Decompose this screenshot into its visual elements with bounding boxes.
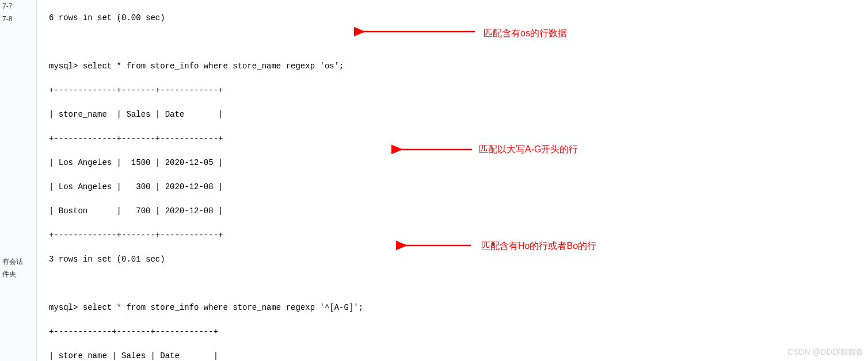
terminal-output[interactable]: 6 rows in set (0.00 sec) mysql> select *… [49,0,363,361]
arrow-icon-2 [391,141,478,158]
table-row: | Boston | 700 | 2020-12-08 | [49,205,363,217]
table-border: +-------------+-------+------------+ [49,133,363,145]
query-line-1: mysql> select * from store_info where st… [49,60,363,72]
annotation-2: 匹配以大写A-G开头的行 [479,143,578,156]
table-row: | Los Angeles | 1500 | 2020-12-05 | [49,157,363,169]
arrow-icon-1 [354,23,481,40]
arrow-icon-3 [396,237,477,254]
query-text: select * from store_info where store_nam… [83,62,344,71]
sidebar-fragment: 7-7 7-8 有会话 件夹 [0,0,37,361]
table-border: +-------------+-------+------------+ [49,229,363,241]
sidebar-item-0[interactable]: 7-7 [0,0,36,13]
status-line: 6 rows in set (0.00 sec) [49,12,363,24]
blank-line [49,278,363,290]
table-header: | store_name | Sales | Date | [49,109,363,121]
mysql-prompt: mysql> [49,62,83,71]
watermark: CSDN @DDD嘀嘀嘀 [787,346,862,358]
sidebar-bottom-item-1[interactable]: 件夹 [0,268,37,281]
sidebar-bottom-item-0[interactable]: 有会话 [0,255,37,268]
table-row: | Los Angeles | 300 | 2020-12-08 | [49,181,363,193]
table-header: | store_name | Sales | Date | [49,350,363,361]
table-border: +------------+-------+------------+ [49,326,363,338]
annotation-3: 匹配含有Ho的行或者Bo的行 [481,239,596,253]
annotation-1: 匹配含有os的行数据 [484,26,567,40]
query-text: select * from store_info where store_nam… [83,303,363,312]
sidebar-item-1[interactable]: 7-8 [0,13,36,25]
mysql-prompt: mysql> [49,303,83,312]
query-line-2: mysql> select * from store_info where st… [49,302,363,314]
table-border: +-------------+-------+------------+ [49,85,363,97]
result-line: 3 rows in set (0.01 sec) [49,254,363,266]
blank-line [49,36,363,48]
